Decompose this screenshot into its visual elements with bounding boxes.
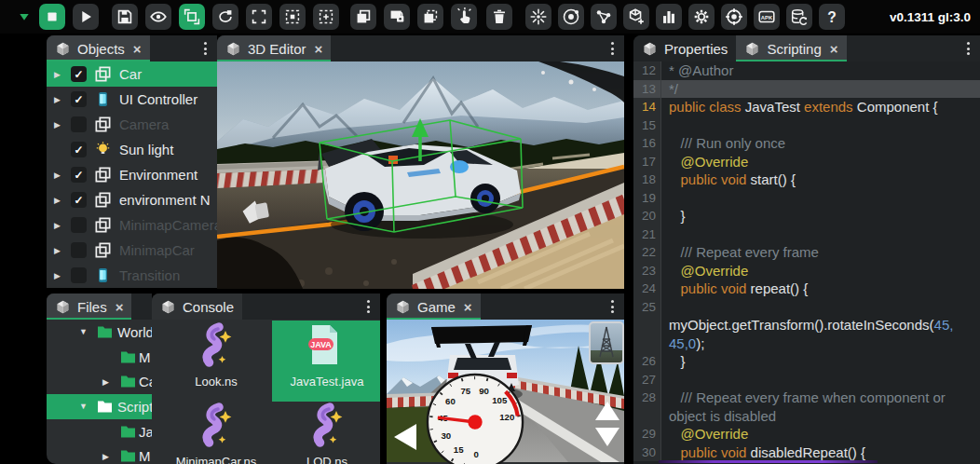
expand-arrow-icon[interactable]: ▼	[79, 402, 88, 411]
file-tree-row[interactable]: M	[47, 345, 152, 370]
duplicate-button[interactable]	[350, 4, 376, 30]
rotate-tool-button[interactable]	[212, 4, 238, 30]
brake-button[interactable]	[595, 428, 619, 446]
save-button[interactable]	[112, 4, 138, 30]
visibility-checkbox[interactable]: ✓	[71, 91, 87, 107]
eye-button[interactable]	[145, 4, 171, 30]
object-row[interactable]: ▶✓environment N	[47, 187, 217, 212]
stats-bars-button[interactable]	[656, 4, 682, 30]
visibility-checkbox[interactable]	[71, 242, 87, 258]
file-tree-row[interactable]: ▼World	[47, 320, 152, 345]
file-tree-row[interactable]: ▶M	[47, 444, 152, 464]
close-icon[interactable]: ×	[116, 299, 124, 315]
duplicate-frame-button[interactable]	[417, 4, 443, 30]
tab-properties-label: Properties	[664, 41, 728, 57]
console-menu-button[interactable]	[356, 293, 380, 320]
marquee-center-button[interactable]	[313, 4, 339, 30]
expand-arrow-icon[interactable]: ▶	[54, 95, 64, 104]
apk-export-button[interactable]: APK	[754, 4, 780, 30]
object-label: Transition	[119, 267, 180, 283]
object-row[interactable]: ▶Camera	[47, 112, 217, 137]
game-viewport[interactable]: 0153045607590105120	[387, 320, 624, 462]
object-row[interactable]: ▶MinimapCamera	[47, 212, 217, 238]
object-row[interactable]: ▶✓UI Controller	[47, 87, 217, 112]
duplicate-lock-button[interactable]	[384, 4, 410, 30]
database-sync-button[interactable]	[786, 4, 812, 30]
node-graph-button[interactable]	[591, 4, 617, 30]
3d-viewport[interactable]	[217, 61, 624, 289]
object-row[interactable]: ✓Sun light	[47, 137, 217, 162]
orbit-button[interactable]	[558, 4, 584, 30]
cube-icon	[55, 299, 71, 315]
svg-text:JAVA: JAVA	[310, 340, 332, 349]
free-transform-button[interactable]	[179, 4, 205, 30]
target-gear-button[interactable]	[721, 4, 747, 30]
visibility-checkbox[interactable]	[71, 116, 87, 132]
trash-button[interactable]	[486, 4, 512, 30]
file-tree-row[interactable]: ▼Script	[47, 394, 152, 419]
scripting-menu-button[interactable]	[956, 35, 980, 61]
code-line: 12* @Author	[633, 61, 980, 80]
code-text: 45,0);	[661, 335, 704, 351]
file-card[interactable]: MinimapCar.ns	[161, 401, 271, 464]
expand-arrow-icon[interactable]: ▶	[102, 377, 109, 387]
visibility-checkbox[interactable]: ✓	[71, 192, 87, 208]
svg-text:?: ?	[827, 9, 837, 25]
settings-gear-button[interactable]	[688, 4, 715, 30]
expand-arrow-icon[interactable]: ▶	[54, 196, 64, 205]
svg-text:90: 90	[479, 386, 489, 396]
tab-scripting[interactable]: Scripting ×	[736, 35, 846, 61]
corner-select-button[interactable]	[246, 4, 272, 30]
code-editor[interactable]: 12* @Author13*/14public class JavaTest e…	[633, 61, 980, 464]
visibility-checkbox[interactable]: ✓	[71, 142, 87, 157]
expand-arrow-icon[interactable]: ▶	[54, 246, 64, 255]
expand-arrow-icon[interactable]: ▶	[54, 221, 64, 230]
game-menu-button[interactable]	[600, 293, 624, 320]
file-card[interactable]: LOD.ns	[272, 401, 380, 464]
expand-arrow-icon[interactable]: ▶	[102, 452, 109, 461]
expand-arrow-icon[interactable]: ▶	[54, 70, 64, 79]
visibility-checkbox[interactable]	[71, 217, 87, 233]
tab-game[interactable]: Game ×	[387, 293, 481, 320]
tab-files[interactable]: Files ×	[47, 293, 131, 320]
visibility-checkbox[interactable]: ✓	[71, 167, 87, 183]
file-card[interactable]: JAVAJavaTest.java	[272, 321, 380, 402]
tab-3d-editor[interactable]: 3D Editor ×	[217, 35, 331, 61]
object-row[interactable]: ▶✓Car	[47, 61, 217, 87]
add-object-button[interactable]	[623, 4, 649, 30]
ns-script-icon	[191, 403, 242, 454]
stop-button[interactable]	[39, 4, 65, 30]
object-row[interactable]: ▶MinimapCar	[47, 238, 217, 263]
close-icon[interactable]: ×	[315, 41, 323, 57]
steer-left-button[interactable]	[394, 424, 416, 450]
code-line: 20 }	[633, 207, 980, 225]
prefab-icon	[94, 191, 112, 209]
objects-menu-button[interactable]	[193, 35, 217, 61]
speedometer-gauge: 0153045607590105120	[426, 373, 524, 464]
play-button[interactable]	[73, 4, 99, 30]
tab-properties[interactable]: Properties	[633, 35, 736, 61]
tab-console[interactable]: Console	[152, 293, 242, 320]
expand-arrow-icon[interactable]: ▶	[54, 120, 64, 130]
visibility-checkbox[interactable]: ✓	[71, 66, 87, 82]
expand-arrow-icon[interactable]: ▶	[54, 271, 64, 280]
expand-arrow-icon[interactable]: ▼	[79, 327, 88, 336]
expand-arrow-icon[interactable]: ▶	[54, 171, 64, 180]
close-icon[interactable]: ×	[464, 299, 472, 315]
marquee-box-button[interactable]	[279, 4, 306, 30]
help-button[interactable]: ?	[819, 4, 845, 30]
object-row[interactable]: ▶✓Environment	[47, 162, 217, 187]
editor-menu-button[interactable]	[600, 35, 624, 61]
file-tree-row[interactable]: Ja	[47, 419, 152, 444]
file-tree-row[interactable]: ▶Ca	[47, 369, 152, 394]
glow-button[interactable]	[525, 4, 551, 30]
close-icon[interactable]: ×	[133, 41, 142, 57]
file-card[interactable]: Look.ns	[161, 321, 271, 402]
object-row[interactable]: ▶Transition	[47, 263, 217, 288]
dropdown-arrow-button[interactable]	[15, 4, 34, 30]
visibility-checkbox[interactable]	[71, 267, 87, 283]
tab-objects[interactable]: Objects ×	[47, 35, 150, 61]
accelerate-button[interactable]	[595, 402, 619, 420]
close-icon[interactable]: ×	[830, 41, 838, 57]
touch-pointer-button[interactable]	[451, 4, 477, 30]
